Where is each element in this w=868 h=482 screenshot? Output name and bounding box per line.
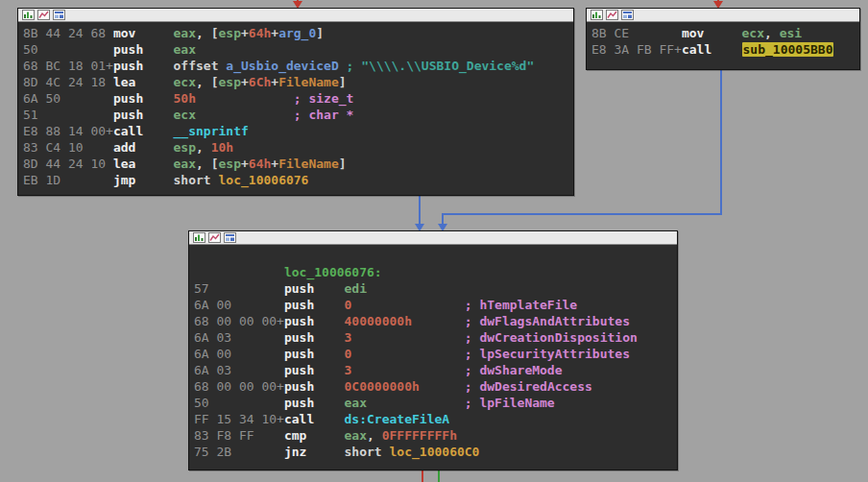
register: edi [345, 281, 367, 296]
opcode-bytes: E8 3A FB FF+ [591, 42, 682, 57]
node-body: 8B 44 24 68 mov eax, [esp+64h+arg_0]50 p… [18, 22, 573, 190]
operand-text [351, 298, 464, 312]
mnemonic: push [284, 379, 314, 394]
opcode-bytes: EB 1D [23, 173, 113, 187]
register: eax [174, 157, 196, 171]
asm-line[interactable]: 8B 44 24 68 mov eax, [esp+64h+arg_0] [23, 25, 568, 41]
operand-text [135, 140, 173, 155]
asm-line[interactable]: 6A 50 push 50h ; size_t [23, 90, 568, 107]
auto-comment: ; hTemplateFile [465, 298, 577, 312]
asm-line[interactable]: E8 88 14 00+call __snprintf [23, 123, 568, 139]
mnemonic: push [284, 396, 314, 410]
operand-text: + [241, 157, 249, 171]
operand-text: ] [316, 26, 324, 40]
line-chart-icon[interactable] [606, 10, 618, 20]
asm-line[interactable]: 68 BC 18 01+push offset a_Usbio_deviceD … [23, 58, 568, 74]
operand-text [704, 26, 741, 40]
asm-line[interactable]: 51 push ecx ; char * [23, 107, 568, 123]
line-chart-icon[interactable] [208, 232, 221, 243]
operand-text [339, 59, 347, 73]
node-title-bar[interactable] [18, 9, 573, 22]
mnemonic: push [113, 91, 143, 106]
register: eax [345, 396, 367, 410]
mnemonic: push [113, 108, 143, 122]
grid-icon[interactable] [621, 10, 634, 20]
asm-line[interactable]: 68 00 00 00+push 0C0000000h ; dwDesiredA… [194, 378, 672, 395]
mnemonic: push [113, 42, 143, 57]
graph-view-canvas[interactable]: 8B 44 24 68 mov eax, [esp+64h+arg_0]50 p… [0, 0, 868, 482]
operand-text [135, 26, 173, 40]
opcode-bytes: 68 00 00 00+ [194, 379, 284, 394]
bar-chart-icon[interactable] [22, 10, 35, 20]
basic-block-1[interactable]: 8B 44 24 68 mov eax, [esp+64h+arg_0]50 p… [17, 8, 574, 196]
mnemonic: mov [682, 26, 704, 40]
asm-line[interactable]: 6A 03 push 3 ; dwShareMode [194, 362, 672, 378]
opcode-bytes: 83 C4 10 [23, 140, 113, 155]
number-literal: 64h [249, 26, 271, 40]
operand-text [314, 330, 344, 345]
asm-line[interactable]: 75 2B jnz short loc_100060C0 [194, 444, 672, 460]
bar-chart-icon[interactable] [193, 232, 205, 243]
basic-block-3[interactable]: loc_10006076:57 push edi6A 00 push 0 ; h… [188, 230, 678, 470]
asm-line[interactable]: 6A 00 push 0 ; hTemplateFile [194, 297, 672, 313]
line-chart-icon[interactable] [37, 10, 50, 20]
asm-line[interactable]: 83 F8 FF cmp eax, 0FFFFFFFFh [194, 427, 672, 444]
register: eax [174, 42, 196, 57]
asm-line[interactable]: 50 push eax ; lpFileName [194, 395, 672, 411]
node-title-bar[interactable] [189, 231, 677, 245]
asm-line[interactable]: E8 3A FB FF+call sub_10005BB0 [591, 41, 855, 58]
auto-comment: ; dwCreationDisposition [465, 330, 638, 345]
mnemonic: push [284, 330, 314, 345]
mnemonic: push [113, 59, 143, 73]
asm-line[interactable]: 8D 4C 24 18 lea ecx, [esp+6Ch+FileName] [23, 74, 568, 90]
mnemonic: call [113, 124, 143, 138]
string-data-name: a_Usbio_deviceD [226, 59, 338, 73]
register: esp [219, 26, 241, 40]
number-literal: 0FFFFFFFFh [382, 428, 457, 443]
operand-text: short [345, 445, 390, 459]
operand-text [351, 363, 464, 377]
asm-line[interactable]: 6A 03 push 3 ; dwCreationDisposition [194, 329, 672, 346]
operand-text [412, 314, 465, 328]
mnemonic: push [284, 281, 314, 296]
register: ecx [174, 75, 196, 89]
operand-text [135, 173, 173, 187]
register: ecx [174, 108, 196, 122]
node-body: 8B CE mov ecx, esiE8 3A FB FF+call sub_1… [587, 22, 859, 60]
asm-line[interactable]: 50 push eax [23, 41, 568, 58]
opcode-bytes: 6A 50 [23, 91, 113, 106]
asm-line[interactable]: 57 push edi [194, 280, 672, 297]
basic-block-2[interactable]: 8B CE mov ecx, esiE8 3A FB FF+call sub_1… [586, 8, 860, 70]
asm-line[interactable]: 83 C4 10 add esp, 10h [23, 139, 568, 156]
bar-chart-icon[interactable] [591, 10, 603, 20]
operand-text [143, 42, 173, 57]
mnemonic: lea [113, 75, 135, 89]
asm-line[interactable]: 8B CE mov ecx, esi [591, 25, 855, 41]
grid-icon[interactable] [224, 232, 236, 243]
location-name: loc_100060C0 [390, 445, 480, 459]
asm-line[interactable]: 68 00 00 00+push 40000000h ; dwFlagsAndA… [194, 313, 672, 329]
mnemonic: push [284, 347, 314, 361]
opcode-bytes: 8B 44 24 68 [23, 26, 113, 40]
operand-text [306, 445, 344, 459]
grid-icon[interactable] [53, 10, 65, 20]
operand-text: , [ [196, 157, 218, 171]
asm-line[interactable]: EB 1D jmp short loc_10006076 [23, 172, 568, 188]
operand-text [135, 157, 173, 171]
asm-line[interactable] [194, 248, 672, 264]
asm-line[interactable]: 6A 00 push 0 ; lpSecurityAttributes [194, 346, 672, 362]
opcode-bytes: 6A 03 [194, 363, 284, 377]
operand-text: + [271, 157, 278, 171]
operand-text: + [271, 75, 278, 89]
asm-line[interactable]: FF 15 34 10+call ds:CreateFileA [194, 411, 672, 427]
asm-line[interactable]: loc_10006076: [194, 264, 672, 280]
number-literal: 10h [211, 140, 233, 155]
opcode-bytes: 6A 03 [194, 330, 284, 345]
operand-text [143, 124, 173, 138]
opcode-bytes: 8B CE [591, 26, 682, 40]
operand-text: + [271, 26, 278, 40]
asm-line[interactable]: 8D 44 24 10 lea eax, [esp+64h+FileName] [23, 156, 568, 172]
operand-text [420, 379, 465, 394]
node-title-bar[interactable] [587, 9, 859, 22]
opcode-bytes: 83 F8 FF [194, 428, 284, 443]
